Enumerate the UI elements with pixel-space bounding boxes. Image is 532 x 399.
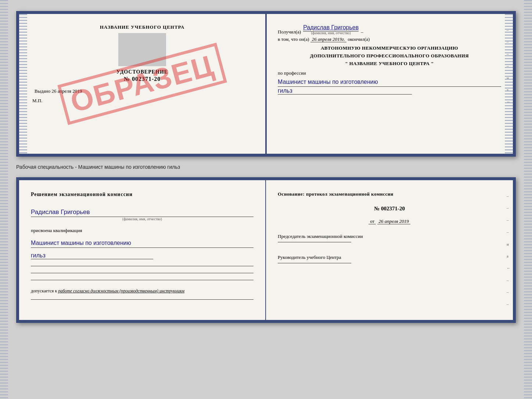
profession-label: по профессии xyxy=(278,70,501,76)
blank-line-1 xyxy=(31,266,254,266)
allow-text: работе согласно должностным (производств… xyxy=(58,288,184,293)
date-line: в том, что он(а) 26 апреля 2019г. окончи… xyxy=(278,36,501,42)
center-title: НАЗВАНИЕ УЧЕБНОГО ЦЕНТРА xyxy=(31,24,254,30)
basis-block: Основание: протокол экзаменационной коми… xyxy=(278,190,501,198)
top-left-page: НАЗВАНИЕ УЧЕБНОГО ЦЕНТРА УДОСТОВЕРЕНИЕ №… xyxy=(19,14,266,154)
chairman-sign-line xyxy=(278,242,351,242)
qual-line2: гильз xyxy=(31,252,153,259)
bottom-left-page: Решением экзаменационной комиссии Радисл… xyxy=(19,180,266,320)
assigned-label: присвоена квалификация xyxy=(31,228,254,234)
org-line3: " НАЗВАНИЕ УЧЕБНОГО ЦЕНТРА " xyxy=(278,60,501,68)
fio-subtitle: (фамилия, имя, отчество) xyxy=(303,31,359,35)
top-document: НАЗВАНИЕ УЧЕБНОГО ЦЕНТРА УДОСТОВЕРЕНИЕ №… xyxy=(16,11,516,157)
protocol-number: № 002371-20 xyxy=(278,206,501,212)
separator-label: Рабочая специальность - Машинист машины … xyxy=(16,163,516,171)
director-label: Руководитель учебного Центра xyxy=(278,253,501,261)
protocol-date: от 26 апреля 2019 xyxy=(278,218,501,224)
issued-label: Выдано xyxy=(35,88,50,94)
cert-label: УДОСТОВЕРЕНИЕ xyxy=(31,69,254,75)
cert-number: № 002371-20 xyxy=(31,76,254,82)
texture-right-bottom xyxy=(524,0,532,399)
chairman-label: Председатель экзаменационной комиссии xyxy=(278,232,501,241)
issued-date: 26 апреля 2019 xyxy=(52,88,82,94)
fio-sub-bottom: (фамилия, имя, отчество) xyxy=(31,217,254,221)
mp-line: М.П. xyxy=(31,98,254,104)
top-right-page: Получил(а) Радислав Григорьев (фамилия, … xyxy=(266,14,513,154)
protocol-date-value: 26 апреля 2019 xyxy=(377,218,410,224)
org-line2: ДОПОЛНИТЕЛЬНОГО ПРОФЕССИОНАЛЬНОГО ОБРАЗО… xyxy=(278,52,501,60)
decision-title: Решением экзаменационной комиссии xyxy=(31,190,254,198)
allow-label: допускается к xyxy=(31,288,57,293)
in-that-date: 26 апреля 2019г. xyxy=(310,36,346,42)
blank-line-full xyxy=(31,299,254,300)
finished-label: окончил(а) xyxy=(348,36,370,42)
person-name: Радислав Григорьев xyxy=(31,209,254,217)
dash-separator: – xyxy=(361,29,363,35)
allow-line: допускается к работе согласно должностны… xyxy=(31,288,254,294)
org-block: АВТОНОМНУЮ НЕКОММЕРЧЕСКУЮ ОРГАНИЗАЦИЮ ДО… xyxy=(278,44,501,67)
profession-line1: Машинист машины по изготовлению xyxy=(278,78,501,87)
side-deco-right: – – – – и а ← – – – xyxy=(507,188,511,313)
recipient-name: Радислав Григорьев xyxy=(303,24,359,32)
bottom-document: Решением экзаменационной комиссии Радисл… xyxy=(16,177,516,323)
blank-line-3 xyxy=(31,280,254,280)
texture-left-bottom xyxy=(0,0,8,399)
in-that-label: в том, что он(а) xyxy=(278,36,309,42)
received-label: Получил(а) xyxy=(278,29,301,35)
protocol-date-label: от xyxy=(369,218,376,224)
director-sign-line xyxy=(278,263,351,263)
texture-right xyxy=(505,14,513,154)
org-line1: АВТОНОМНУЮ НЕКОММЕРЧЕСКУЮ ОРГАНИЗАЦИЮ xyxy=(278,44,501,52)
chairman-block: Председатель экзаменационной комиссии xyxy=(278,232,501,245)
recipient-line: Получил(а) Радислав Григорьев (фамилия, … xyxy=(278,24,501,35)
photo-placeholder xyxy=(118,33,166,66)
director-block: Руководитель учебного Центра xyxy=(278,253,501,266)
qual-line1: Машинист машины по изготовлению xyxy=(31,239,254,248)
bottom-right-page: Основание: протокол экзаменационной коми… xyxy=(266,180,513,320)
issued-line: Выдано 26 апреля 2019 xyxy=(31,88,254,94)
blank-line-2 xyxy=(31,273,254,273)
profession-line2: гильз xyxy=(278,88,412,95)
